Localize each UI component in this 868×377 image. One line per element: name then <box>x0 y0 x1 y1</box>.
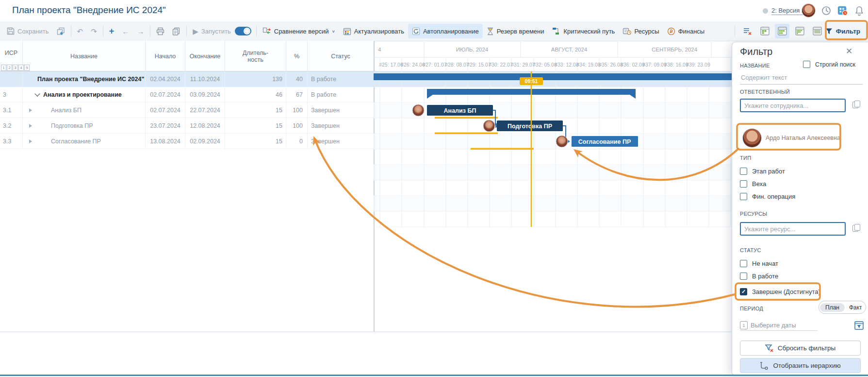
ruble-icon: ₽ <box>667 27 675 35</box>
table-gantt-divider[interactable] <box>374 41 375 332</box>
period-plan-option[interactable]: План <box>820 303 845 312</box>
main-toolbar: Сохранить ↶ ↷ + ← → <box>0 21 868 41</box>
copy-plan-button[interactable] <box>53 24 69 38</box>
notifications-bell-icon[interactable] <box>854 5 865 16</box>
employee-search-input[interactable] <box>740 99 846 112</box>
close-icon[interactable]: ✕ <box>846 46 852 56</box>
level-button-5[interactable]: 5 <box>24 65 30 71</box>
reset-filters-button[interactable]: Сбросить фильтры <box>740 341 861 356</box>
indent-button[interactable]: → <box>133 24 148 38</box>
table-header: ИСР Название Начало Окончание Длитель­но… <box>0 41 374 71</box>
view-list-icon[interactable] <box>740 24 754 38</box>
autoplan-button[interactable]: Автопланирование <box>408 24 483 38</box>
collapse-chevron-icon[interactable] <box>34 91 40 96</box>
print-button[interactable] <box>152 24 168 38</box>
type-milestone-checkbox[interactable]: Веха <box>740 180 766 188</box>
floppy-icon <box>7 27 15 35</box>
copy-employees-icon[interactable] <box>852 101 859 108</box>
resources-button[interactable]: Ресурсы <box>619 24 663 38</box>
task-bar-analysis[interactable] <box>427 105 493 116</box>
copy-resources-icon[interactable] <box>852 224 859 232</box>
table-row[interactable]: 3.2 Подготовка ПР 23.07.2024 12.08.2024 … <box>0 118 374 134</box>
redo-icon: ↷ <box>91 28 97 35</box>
week-label: #36: 02.09 <box>621 62 645 68</box>
page-title: План проекта "Внедрение ИС 2024" <box>12 5 166 16</box>
plus-icon: + <box>109 27 115 35</box>
view-calendar-month-icon[interactable] <box>792 24 807 38</box>
contains-text-input[interactable] <box>740 70 863 85</box>
status-completed-checkbox[interactable]: ✓Завершен (Достигнута) <box>740 288 820 295</box>
week-label: #38: 16.09 <box>664 62 688 68</box>
period-fact-option[interactable]: Факт <box>845 303 867 312</box>
filter-button[interactable]: Фильтр <box>820 24 865 38</box>
date-underline <box>740 330 818 331</box>
version-link[interactable]: 2: Версия 2 <box>771 7 805 15</box>
status-not-started-checkbox[interactable]: Не начат <box>740 260 778 267</box>
time-reserve-button[interactable]: Резерв времени <box>483 24 548 38</box>
selected-employee-chip[interactable]: Ардо Наталья Алексеевна <box>738 126 841 150</box>
status-in-progress-checkbox[interactable]: В работе <box>740 273 778 280</box>
funnel-icon <box>825 28 833 35</box>
column-header-duration[interactable]: Длитель­ность <box>225 41 286 71</box>
run-toggle[interactable] <box>235 27 251 35</box>
duplicate-button[interactable] <box>168 24 184 38</box>
column-header-percent[interactable]: % <box>286 41 308 71</box>
annotation-arrow-to-avatar <box>575 149 738 180</box>
month-label: 4 <box>378 47 381 52</box>
month-label: СЕНТЯБРЬ, 2024 <box>652 47 698 52</box>
strict-search-checkbox[interactable]: Строгий поиск <box>803 61 855 68</box>
week-label: #26: 24.06 <box>401 62 425 68</box>
undo-button[interactable]: ↶ <box>73 24 87 38</box>
outdent-button[interactable]: ← <box>118 24 133 38</box>
assignee-avatar[interactable] <box>556 136 568 147</box>
level-button-3[interactable]: 3 <box>13 65 18 71</box>
hierarchy-icon <box>760 362 769 370</box>
compare-versions-button[interactable]: Сравнение версий ∨ <box>259 24 339 38</box>
run-button[interactable]: ▶ Запустить <box>189 24 234 38</box>
add-task-button[interactable]: + <box>105 24 118 38</box>
resource-search-input[interactable] <box>740 222 846 236</box>
baseline-approval <box>471 148 534 150</box>
critical-path-button[interactable]: Критический путь <box>548 24 619 38</box>
critical-path-icon <box>552 27 561 35</box>
app-clock-icon[interactable] <box>837 5 848 16</box>
assignee-avatar[interactable] <box>412 104 424 116</box>
summary-bar[interactable] <box>427 89 636 99</box>
finance-button[interactable]: ₽ Финансы <box>663 24 709 38</box>
task-connector <box>493 110 495 125</box>
table-row[interactable]: 3 Анализ и проектирование 02.07.2024 03.… <box>0 87 374 103</box>
period-section-label: ПЕРИОД <box>740 306 763 311</box>
column-header-end[interactable]: Окончание <box>185 41 225 71</box>
table-row[interactable]: 3.1 Анализ БП 02.07.2024 22.07.2024 15 1… <box>0 103 374 118</box>
view-calendar-day-icon[interactable] <box>757 24 772 38</box>
table-row[interactable]: План проекта "Внедрение ИС 2024" 02.04.2… <box>0 71 732 87</box>
level-button-4[interactable]: 4 <box>18 65 24 71</box>
task-bar-preparation[interactable] <box>497 120 563 131</box>
task-bar-label: Анализ БП <box>444 107 476 114</box>
date-range-picker[interactable]: 1 Выберите даты <box>740 321 861 330</box>
show-hierarchy-button[interactable]: Отобразить иерархию <box>740 358 861 373</box>
week-label: #39: 23.09 <box>686 62 710 68</box>
calendar-filter-icon[interactable] <box>854 321 864 330</box>
type-stage-checkbox[interactable]: Этап работ <box>740 168 785 175</box>
column-header-start[interactable]: Начало <box>146 41 185 71</box>
type-fin-operation-checkbox[interactable]: Фин. операция <box>740 193 795 200</box>
redo-button[interactable]: ↷ <box>87 24 101 38</box>
user-avatar[interactable] <box>802 4 815 17</box>
level-button-2[interactable]: 2 <box>7 65 12 71</box>
checkbox-icon <box>740 260 747 267</box>
level-button-1[interactable]: 1 <box>1 65 6 71</box>
task-bar-approval[interactable] <box>572 136 638 147</box>
wbs-level-buttons: 1 2 3 4 5 <box>1 65 30 71</box>
table-row[interactable]: 3.3 Согласование ПР 13.08.2024 02.09.202… <box>0 134 374 149</box>
save-button[interactable]: Сохранить <box>3 24 53 38</box>
column-header-status[interactable]: Статус <box>308 41 374 71</box>
resources-section-label: РЕСУРСЫ <box>740 211 767 217</box>
actualize-button[interactable]: Актуализировать <box>339 24 408 38</box>
view-calendar-week-icon[interactable] <box>775 24 789 38</box>
period-toggle[interactable]: План Факт <box>819 301 866 314</box>
compare-versions-icon <box>262 27 271 35</box>
history-icon[interactable] <box>821 5 832 16</box>
assignee-avatar[interactable] <box>483 120 495 132</box>
column-header-name[interactable]: Название <box>23 41 146 71</box>
